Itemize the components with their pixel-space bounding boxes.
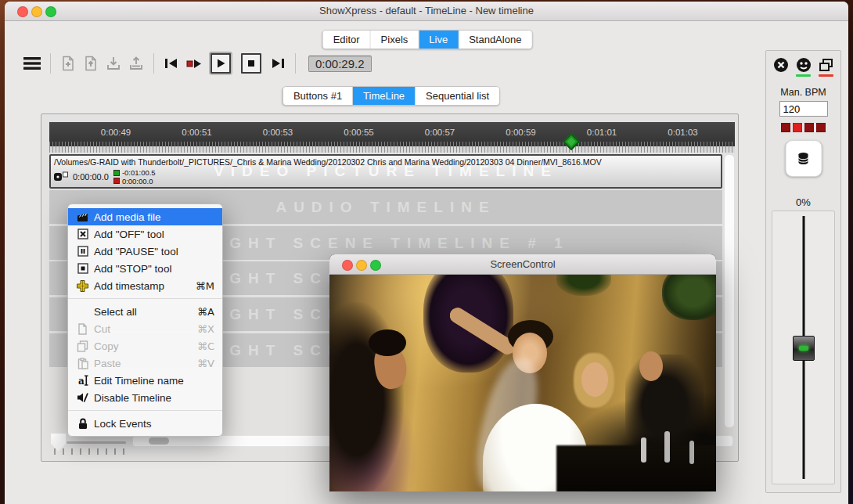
minimize-window-button[interactable] <box>31 6 42 17</box>
tap-tempo-button[interactable] <box>785 140 822 177</box>
time-display: 0:00:29.2 <box>308 56 372 72</box>
windows-icon[interactable] <box>819 57 834 77</box>
master-fader <box>772 211 835 484</box>
main-tab-bar: EditorPixelsLiveStandAlone <box>322 30 533 49</box>
ruler-label: 0:01:03 <box>668 128 697 137</box>
desktop: ShowXpress - default - TimeLine - New ti… <box>0 0 853 504</box>
fader-value-label: 0% <box>766 196 840 208</box>
close-window-button[interactable] <box>342 260 353 271</box>
tab-live[interactable]: Live <box>419 31 459 49</box>
tab-pixels[interactable]: Pixels <box>371 31 419 49</box>
screencontrol-titlebar[interactable]: ScreenControl <box>329 254 716 275</box>
add-file-icon[interactable] <box>60 56 76 71</box>
toolbar-divider <box>50 53 51 74</box>
play-button[interactable] <box>209 52 232 75</box>
menu-item-shortcut: ⌘M <box>196 280 214 292</box>
paste-icon <box>76 358 89 369</box>
ruler-tick-strip <box>49 146 735 153</box>
menu-item-label: Add "OFF" tool <box>94 229 214 240</box>
bpm-led <box>804 123 814 132</box>
clip-position: 0:00:00.0 <box>73 172 109 182</box>
menu-icon[interactable] <box>23 56 41 70</box>
tab-standalone[interactable]: StandAlone <box>459 31 531 49</box>
fader-led <box>799 346 808 351</box>
sub-tab-bar: Buttons #1TimeLineSequential list <box>283 86 500 106</box>
disable-icon <box>76 392 89 403</box>
zoom-slider-ticks <box>54 448 128 455</box>
zoom-window-button[interactable] <box>45 6 56 17</box>
video-leaves-2 <box>556 275 611 296</box>
menu-item-disable-timeline[interactable]: Disable Timeline <box>68 389 222 406</box>
close-circle-icon[interactable] <box>773 57 789 77</box>
clip-lock-icon[interactable] <box>54 170 68 184</box>
video-leaves <box>662 275 716 320</box>
export-file-icon[interactable] <box>83 56 99 71</box>
ruler-label: 0:00:51 <box>182 128 211 137</box>
menu-item-shortcut: ⌘V <box>197 358 214 369</box>
copy-icon <box>76 340 89 352</box>
menu-item-shortcut: ⌘X <box>197 323 214 335</box>
tab-sequential-list[interactable]: Sequential list <box>416 87 499 105</box>
ruler-label: 0:00:55 <box>344 128 373 137</box>
minimize-window-button[interactable] <box>356 260 367 271</box>
menu-item-edit-timeline-name[interactable]: aEdit Timeline name <box>68 372 222 389</box>
clip-end-offset: 0:00:00.0 <box>122 178 153 185</box>
toolbar-divider <box>295 53 296 74</box>
video-glass-2 <box>664 431 670 463</box>
off-tool-icon <box>76 229 89 239</box>
step-record-icon[interactable] <box>186 57 202 70</box>
start-offset-icon <box>113 170 120 176</box>
menu-item-add-pause-tool[interactable]: Add "PAUSE" tool <box>68 243 222 260</box>
ruler-label: 0:00:57 <box>425 128 455 137</box>
tab-buttons-1[interactable]: Buttons #1 <box>283 87 353 105</box>
menu-item-label: Add timestamp <box>94 280 191 292</box>
menu-item-lock-events[interactable]: Lock Events <box>68 415 222 432</box>
menu-item-label: Paste <box>94 358 193 369</box>
red-status-bar <box>819 74 833 77</box>
menu-item-label: Lock Events <box>94 418 214 430</box>
menu-separator <box>68 410 222 411</box>
export-tray-icon[interactable] <box>128 56 144 71</box>
zoom-slider-track[interactable] <box>67 441 126 444</box>
svg-text:a: a <box>78 376 85 387</box>
bpm-input[interactable] <box>779 101 828 117</box>
menu-item-select-all[interactable]: Select all⌘A <box>68 303 222 320</box>
import-tray-icon[interactable] <box>106 56 121 71</box>
menu-item-add-stop-tool[interactable]: Add "STOP" tool <box>68 260 222 277</box>
stop-tool-icon <box>76 263 89 274</box>
timeline-ruler[interactable]: 0:00:490:00:510:00:530:00:550:00:570:00:… <box>49 122 735 146</box>
menu-item-label: Copy <box>94 340 193 352</box>
menu-item-add-media-file[interactable]: Add media file <box>68 208 222 225</box>
menu-item-add-timestamp[interactable]: Add timestamp⌘M <box>68 277 222 294</box>
menu-item-paste[interactable]: Paste⌘V <box>68 355 222 372</box>
skip-start-icon[interactable] <box>164 57 179 70</box>
screencontrol-window: ScreenControl <box>329 254 716 491</box>
menu-item-copy[interactable]: Copy⌘C <box>68 337 222 355</box>
menu-item-label: Edit Timeline name <box>94 375 214 387</box>
timeline-vertical-scrollbar[interactable] <box>724 154 735 428</box>
menu-item-label: Add "STOP" tool <box>94 263 214 275</box>
video-glass-1 <box>641 437 646 463</box>
skip-end-icon[interactable] <box>270 57 286 70</box>
horizontal-scrollbar-thumb[interactable] <box>149 437 169 445</box>
window-titlebar[interactable]: ShowXpress - default - TimeLine - New ti… <box>5 2 848 21</box>
fader-handle[interactable] <box>793 336 815 361</box>
pause-tool-icon <box>76 246 89 257</box>
tab-timeline[interactable]: TimeLine <box>353 87 416 105</box>
timeline-context-menu: Add media fileAdd "OFF" toolAdd "PAUSE" … <box>67 203 223 437</box>
stop-button[interactable] <box>239 52 263 75</box>
toolbar-divider <box>153 53 154 74</box>
menu-item-add-off-tool[interactable]: Add "OFF" tool <box>68 225 222 243</box>
close-window-button[interactable] <box>17 6 28 17</box>
zoom-window-button[interactable] <box>370 260 381 271</box>
ruler-label: 0:00:49 <box>101 128 131 137</box>
ruler-label: 0:00:59 <box>506 128 535 137</box>
video-track-clip[interactable]: VIDEO PICTURE TIMELINE /Volumes/G-RAID w… <box>49 154 722 189</box>
clip-start-offset: -0:01:00.5 <box>122 169 156 177</box>
tab-editor[interactable]: Editor <box>323 31 371 49</box>
toolbar: 0:00:29.2 <box>23 50 372 77</box>
menu-item-cut[interactable]: Cut⌘X <box>68 320 222 337</box>
window-title: ShowXpress - default - TimeLine - New ti… <box>5 2 848 20</box>
face-icon[interactable] <box>796 57 812 77</box>
video-left-hair <box>369 329 406 356</box>
